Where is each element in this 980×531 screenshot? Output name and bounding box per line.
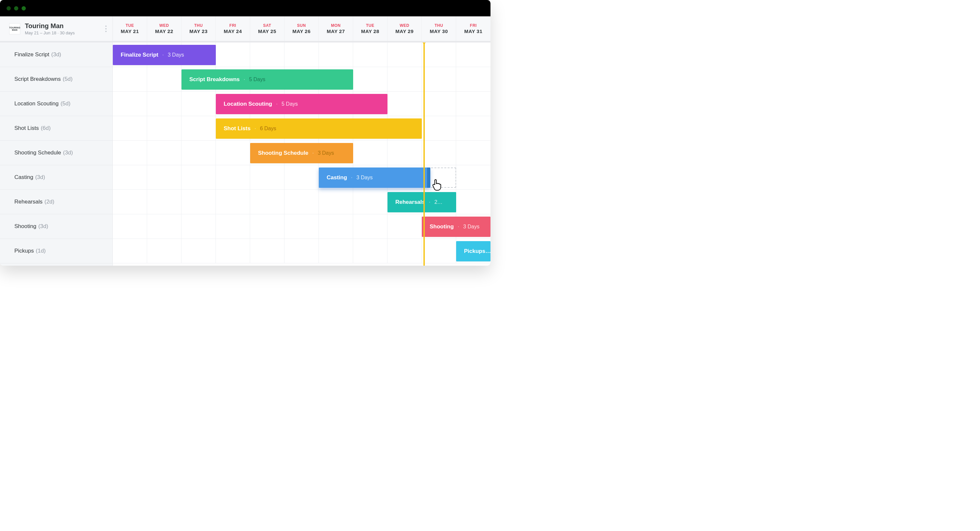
day-of-week: THU <box>434 23 443 28</box>
date-label: MAY 30 <box>430 29 448 34</box>
task-name: Shooting Schedule <box>14 150 61 156</box>
date-column[interactable]: TUEMAY 21 <box>113 16 147 41</box>
traffic-light-min[interactable] <box>14 6 18 11</box>
task-name: Rehearsals <box>14 199 43 205</box>
day-of-week: TUE <box>366 23 374 28</box>
date-column[interactable]: MONMAY 27 <box>319 16 353 41</box>
gantt-bar[interactable]: Casting·3 Days <box>319 167 430 188</box>
date-column[interactable]: SATMAY 25 <box>250 16 285 41</box>
task-duration: (3d) <box>38 223 48 230</box>
date-column[interactable]: WEDMAY 22 <box>147 16 181 41</box>
day-of-week: SAT <box>263 23 271 28</box>
bar-duration: 5 Days <box>282 101 298 107</box>
gantt-bar[interactable]: Finalize Script·3 Days <box>113 45 216 65</box>
separator: · <box>429 199 431 206</box>
date-header: TUEMAY 21WEDMAY 22THUMAY 23FRIMAY 24SATM… <box>113 16 490 41</box>
bar-duration: 5 Days <box>249 77 266 83</box>
date-label: MAY 21 <box>121 29 139 34</box>
bar-duration: 3 Days <box>318 150 334 156</box>
day-of-week: FRI <box>470 23 477 28</box>
date-label: MAY 25 <box>258 29 276 34</box>
date-label: MAY 31 <box>465 29 483 34</box>
task-name: Script Breakdowns <box>14 76 61 83</box>
task-row[interactable]: Rehearsals (2d) <box>0 190 113 214</box>
bar-label: Casting <box>327 174 347 181</box>
task-name: Pickups <box>14 248 34 254</box>
date-column[interactable]: THUMAY 30 <box>422 16 456 41</box>
date-column[interactable]: WEDMAY 29 <box>388 16 422 41</box>
task-row[interactable]: Shooting Schedule (3d) <box>0 141 113 165</box>
task-name: Casting <box>14 174 33 180</box>
separator: · <box>312 150 314 156</box>
gantt-bar[interactable]: Pickups… <box>456 241 490 262</box>
date-label: MAY 27 <box>327 29 345 34</box>
separator: · <box>276 101 278 107</box>
task-name: Finalize Script <box>14 51 49 58</box>
date-column[interactable]: FRIMAY 24 <box>216 16 250 41</box>
project-cell: TOURING MAN Touring Man May 21 – Jun 18 … <box>0 16 113 41</box>
traffic-light-close[interactable] <box>6 6 11 11</box>
traffic-light-max[interactable] <box>22 6 26 11</box>
gantt-body: Finalize Script (3d)Script Breakdowns (5… <box>0 43 490 266</box>
date-label: MAY 26 <box>292 29 311 34</box>
day-of-week: WED <box>399 23 409 28</box>
window-titlebar[interactable] <box>0 0 490 16</box>
project-logo: TOURING MAN <box>9 23 20 34</box>
bar-label: Script Breakdowns <box>189 76 240 83</box>
date-label: MAY 28 <box>361 29 379 34</box>
task-duration: (2d) <box>45 199 54 205</box>
project-menu-button[interactable] <box>103 24 108 34</box>
app-window: TOURING MAN Touring Man May 21 – Jun 18 … <box>0 0 490 266</box>
gantt-bar[interactable]: Shooting·3 Days <box>422 217 490 237</box>
separator: · <box>243 76 245 83</box>
bar-label: Pickups… <box>464 248 490 255</box>
task-duration: (6d) <box>41 125 51 132</box>
resize-handle[interactable] <box>427 167 430 188</box>
date-label: MAY 24 <box>224 29 242 34</box>
day-of-week: THU <box>194 23 203 28</box>
task-row[interactable]: Pickups (1d) <box>0 239 113 263</box>
task-duration: (3d) <box>63 150 73 156</box>
date-column[interactable]: TUEMAY 28 <box>353 16 388 41</box>
today-indicator <box>423 43 425 266</box>
gantt-chart[interactable]: Finalize Script·3 DaysScript Breakdowns·… <box>113 43 490 266</box>
gantt-bar[interactable]: Shooting Schedule·3 Days <box>250 143 353 163</box>
bar-duration: 3 Days <box>168 52 184 58</box>
gantt-bar[interactable]: Shot Lists·6 Days <box>216 118 422 139</box>
date-column[interactable]: SUNMAY 26 <box>285 16 319 41</box>
task-duration: (3d) <box>35 174 45 180</box>
date-column[interactable]: THUMAY 23 <box>181 16 216 41</box>
task-name: Location Scouting <box>14 100 59 107</box>
gantt-bar[interactable]: Script Breakdowns·5 Days <box>181 69 353 90</box>
gantt-bar[interactable]: Rehearsals·2… <box>388 192 456 212</box>
gantt-bar[interactable]: Location Scouting·5 Days <box>216 94 388 114</box>
day-of-week: TUE <box>126 23 134 28</box>
bar-label: Shooting <box>430 223 454 230</box>
task-row[interactable]: Casting (3d) <box>0 165 113 190</box>
date-label: MAY 22 <box>155 29 173 34</box>
bar-duration: 3 Days <box>463 224 479 230</box>
separator: · <box>351 174 353 181</box>
bar-label: Finalize Script <box>121 52 158 58</box>
project-title: Touring Man <box>25 22 75 30</box>
task-duration: (5d) <box>60 100 70 107</box>
task-row[interactable]: Shooting (3d) <box>0 214 113 239</box>
bar-label: Shooting Schedule <box>258 150 309 156</box>
separator: · <box>458 223 460 230</box>
header-row: TOURING MAN Touring Man May 21 – Jun 18 … <box>0 16 490 41</box>
task-row[interactable]: Finalize Script (3d) <box>0 43 113 67</box>
task-sidebar: Finalize Script (3d)Script Breakdowns (5… <box>0 43 113 266</box>
task-row[interactable]: Script Breakdowns (5d) <box>0 67 113 92</box>
task-row[interactable]: Shot Lists (6d) <box>0 116 113 141</box>
day-of-week: MON <box>331 23 341 28</box>
task-row[interactable]: Location Scouting (5d) <box>0 92 113 116</box>
task-duration: (5d) <box>63 76 73 83</box>
date-column[interactable]: FRIMAY 31 <box>456 16 490 41</box>
bar-duration: 2… <box>434 199 442 205</box>
bar-label: Location Scouting <box>224 101 272 107</box>
task-name: Shooting <box>14 223 36 230</box>
task-duration: (1d) <box>36 248 46 254</box>
date-label: MAY 29 <box>395 29 414 34</box>
date-label: MAY 23 <box>189 29 208 34</box>
task-name: Shot Lists <box>14 125 39 132</box>
